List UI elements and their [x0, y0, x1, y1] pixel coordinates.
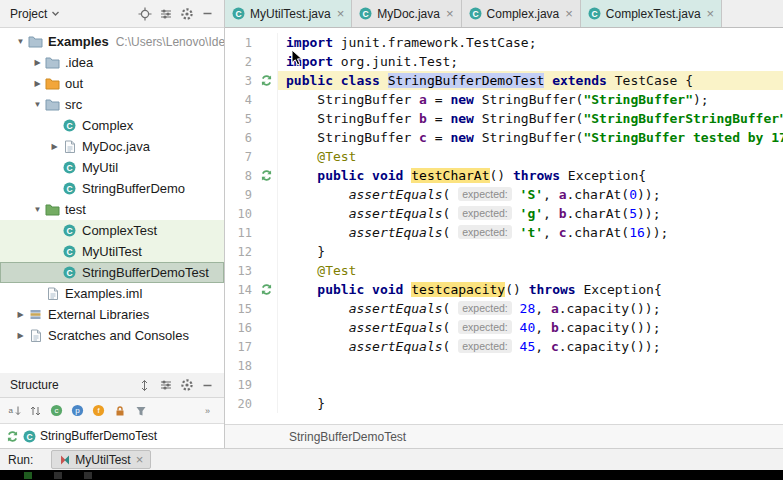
settings-sliders-icon[interactable] — [155, 375, 176, 396]
code-line[interactable]: 5 StringBuffer b = new StringBuffer("Str… — [225, 109, 783, 128]
chevron-right-icon[interactable]: ▶ — [31, 58, 44, 67]
run-tab-myutiltest[interactable]: MyUtilTest × — [51, 450, 151, 469]
run-test-icon[interactable] — [255, 283, 277, 296]
sort-visibility-icon[interactable] — [25, 400, 46, 421]
tree-item-test[interactable]: ▼test — [0, 199, 224, 220]
tab-close-icon[interactable]: × — [565, 6, 573, 21]
gear-icon[interactable] — [176, 3, 197, 24]
show-classes-icon[interactable]: c — [46, 400, 67, 421]
hide-panel-icon[interactable] — [197, 3, 218, 24]
taskbar-icon[interactable] — [54, 472, 62, 479]
code-line-text: } — [277, 242, 783, 261]
tree-item-path: C:\Users\Lenovo\Ide — [116, 35, 224, 49]
tab-close-icon[interactable]: × — [707, 6, 715, 21]
run-test-icon[interactable] — [255, 74, 277, 87]
tree-item-out[interactable]: ▶out — [0, 73, 224, 94]
code-line-text: StringBuffer a = new StringBuffer("Strin… — [277, 90, 783, 109]
tree-item-label: test — [65, 202, 86, 217]
scratches-icon — [27, 328, 44, 343]
chevron-right-icon[interactable]: ▶ — [14, 310, 27, 319]
sort-alpha-icon[interactable]: a — [4, 400, 25, 421]
tree-item-idea[interactable]: ▶.idea — [0, 52, 224, 73]
gear-icon[interactable] — [176, 375, 197, 396]
code-line[interactable]: 12 } — [225, 242, 783, 261]
close-icon[interactable]: × — [136, 452, 144, 467]
tree-item-scratches-and-consoles[interactable]: ▶Scratches and Consoles — [0, 325, 224, 346]
chevron-down-icon[interactable]: ▼ — [31, 100, 44, 109]
tree-item-complex[interactable]: CComplex — [0, 115, 224, 136]
run-test-icon[interactable] — [255, 169, 277, 182]
tree-item-label: StringBufferDemoTest — [82, 265, 209, 280]
code-line[interactable]: 11 assertEquals( expected: 't', c.charAt… — [225, 223, 783, 242]
taskbar-icon[interactable] — [84, 472, 92, 479]
more-icon[interactable]: » — [199, 400, 220, 421]
expand-all-icon[interactable] — [134, 375, 155, 396]
tab-close-icon[interactable]: × — [337, 6, 345, 21]
code-line[interactable]: 6 StringBuffer c = new StringBuffer("Str… — [225, 128, 783, 147]
taskbar-icon[interactable] — [24, 472, 32, 479]
line-number: 13 — [225, 264, 252, 278]
code-editor[interactable]: 1import junit.framework.TestCase;2import… — [225, 28, 783, 424]
code-line[interactable]: 1import junit.framework.TestCase; — [225, 33, 783, 52]
code-line[interactable]: 15 assertEquals( expected: 28, a.capacit… — [225, 299, 783, 318]
editor-tab-complextest-java[interactable]: CComplexTest.java× — [581, 0, 722, 27]
locate-icon[interactable] — [134, 3, 155, 24]
chevron-right-icon[interactable]: ▶ — [31, 79, 44, 88]
show-non-public-icon[interactable] — [109, 400, 130, 421]
tree-item-mydoc-java[interactable]: ▶MyDoc.java — [0, 136, 224, 157]
chevron-down-icon[interactable]: ▼ — [14, 37, 27, 46]
tree-item-label: out — [65, 76, 83, 91]
code-line[interactable]: 14 public void testcapacity() throws Exc… — [225, 280, 783, 299]
tree-item-external-libraries[interactable]: ▶External Libraries — [0, 304, 224, 325]
code-line[interactable]: 10 assertEquals( expected: 'g', b.charAt… — [225, 204, 783, 223]
tree-item-myutil[interactable]: CMyUtil — [0, 157, 224, 178]
code-line[interactable]: 4 StringBuffer a = new StringBuffer("Str… — [225, 90, 783, 109]
hide-panel-icon[interactable] — [197, 375, 218, 396]
structure-panel-title: Structure — [10, 378, 59, 392]
code-line[interactable]: 13 @Test — [225, 261, 783, 280]
filter-icon[interactable] — [130, 400, 151, 421]
tree-item-label: .idea — [65, 55, 93, 70]
editor-tab-complex-java[interactable]: CComplex.java× — [462, 0, 581, 27]
code-line[interactable]: 2import org.junit.Test; — [225, 52, 783, 71]
editor-tab-mydoc-java[interactable]: CMyDoc.java× — [352, 0, 461, 27]
show-fields-icon[interactable]: f — [88, 400, 109, 421]
editor-tab-myutiltest-java[interactable]: CMyUtilTest.java× — [225, 0, 352, 27]
chevron-right-icon[interactable]: ▶ — [14, 331, 27, 340]
breadcrumb-item[interactable]: StringBufferDemoTest — [289, 430, 406, 444]
code-line[interactable]: 8 public void testCharAt() throws Except… — [225, 166, 783, 185]
code-line[interactable]: 20 } — [225, 394, 783, 413]
settings-sliders-icon[interactable] — [155, 3, 176, 24]
code-line[interactable]: 16 assertEquals( expected: 40, b.capacit… — [225, 318, 783, 337]
tree-item-stringbufferdemotest[interactable]: CStringBufferDemoTest — [0, 262, 224, 283]
tree-item-complextest[interactable]: CComplexTest — [0, 220, 224, 241]
chevron-down-icon[interactable]: ▼ — [31, 205, 44, 214]
tree-item-src[interactable]: ▼src — [0, 94, 224, 115]
show-properties-icon[interactable]: p — [67, 400, 88, 421]
structure-item-class[interactable]: C StringBufferDemoTest — [0, 429, 157, 443]
svg-text:C: C — [66, 247, 72, 257]
code-line[interactable]: 9 assertEquals( expected: 'S', a.charAt(… — [225, 185, 783, 204]
tree-item-myutiltest[interactable]: CMyUtilTest — [0, 241, 224, 262]
chevron-right-icon[interactable]: ▶ — [48, 142, 61, 151]
code-line[interactable]: 3public class StringBufferDemoTest exten… — [225, 71, 783, 90]
code-line[interactable]: 19 — [225, 375, 783, 394]
project-panel-selector[interactable]: Project — [10, 7, 60, 21]
tree-item-stringbufferdemo[interactable]: CStringBufferDemo — [0, 178, 224, 199]
code-line[interactable]: 7 @Test — [225, 147, 783, 166]
tab-close-icon[interactable]: × — [446, 6, 454, 21]
code-line[interactable]: 18 — [225, 356, 783, 375]
folder-blue-icon — [44, 97, 61, 112]
svg-text:C: C — [591, 9, 597, 19]
line-number: 8 — [225, 169, 252, 183]
line-number: 9 — [225, 188, 252, 202]
library-icon — [27, 307, 44, 322]
svg-text:C: C — [66, 226, 72, 236]
code-line-text: assertEquals( expected: 'g', b.charAt(5)… — [277, 204, 783, 223]
code-line[interactable]: 17 assertEquals( expected: 45, c.capacit… — [225, 337, 783, 356]
svg-text:C: C — [66, 184, 72, 194]
code-line-text: assertEquals( expected: 't', c.charAt(16… — [277, 223, 783, 242]
tree-item-examples[interactable]: ▼ExamplesC:\Users\Lenovo\Ide — [0, 31, 224, 52]
svg-text:C: C — [66, 268, 72, 278]
tree-item-examples-iml[interactable]: Examples.iml — [0, 283, 224, 304]
